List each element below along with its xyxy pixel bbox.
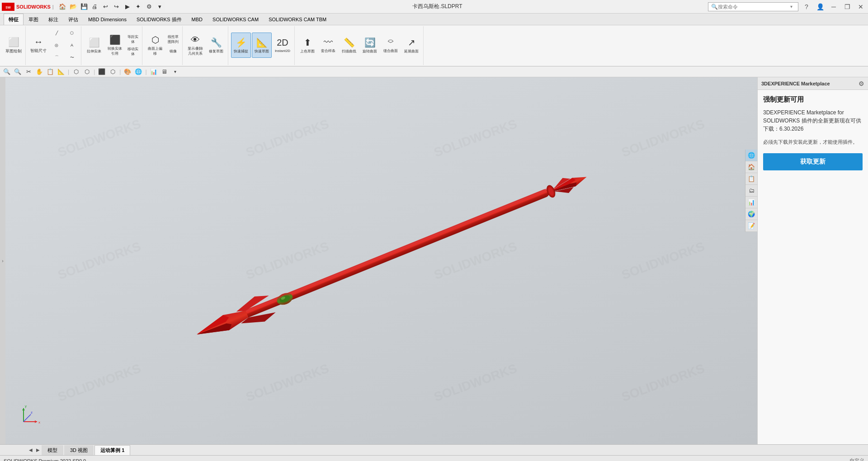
qa-undo-btn[interactable]: ↩ [101,2,111,12]
pis-list-btn[interactable]: 📝 [745,220,757,232]
tab-motion-study[interactable]: 运动算例 1 [94,445,130,455]
qa-star-btn[interactable]: ✦ [133,2,143,12]
btn-quick-sketch[interactable]: 📐 快速草图 [252,33,272,58]
tab-sketch[interactable]: 草图 [24,14,43,25]
btn-convert-solid[interactable]: ⬛ 转换实体引用 [105,33,125,58]
sec-zoom-fit[interactable]: 🔍 [2,67,12,76]
btn-revolve[interactable]: 🔄 旋转曲面 [360,33,380,58]
btn-spline[interactable]: 〜 [65,52,79,63]
btn-fit-spline-label: 套合样条 [321,48,335,53]
btn-shape[interactable]: ◎ [49,39,64,51]
btn-extruded-boss[interactable]: ⬜ 拉伸实体 [84,33,104,58]
sec-shaded[interactable]: ⬡ [82,67,92,76]
pis-earth-btn[interactable]: 🌍 [745,208,757,220]
viewport[interactable]: SOLIDWORKS SOLIDWORKS SOLIDWORKS SOLIDWO… [5,77,757,444]
sec-scene[interactable]: 🌐 [133,67,143,76]
btn-instant2d[interactable]: 2D Instant2D [273,33,292,58]
tab-sw-cam-tbm[interactable]: SOLIDWORKS CAM TBM [264,14,331,25]
btn-show-hide-geom[interactable]: 👁 显示/删除几何关系 [185,33,205,58]
pis-folder-btn[interactable]: 🗂 [745,185,757,197]
btn-up-to-surface[interactable]: ⬆ 上色草图 [297,33,317,58]
sec-display[interactable]: 🖥 [160,67,170,76]
btn-repair-sketch[interactable]: 🔧 修复草图 [206,33,226,58]
right-panel-settings-icon[interactable]: ⚙ [859,80,864,87]
btn-smart-dim[interactable]: ↔ 智能尺寸 [28,33,48,58]
btn-scan[interactable]: 📏 扫描曲线 [339,33,359,58]
ribbon-group-surface: ⬡ 曲面上偏移 线性草图阵列 镜像 [143,26,183,65]
btn-fillet[interactable]: ⌔ 缝合曲面 [381,33,401,58]
btn-sketch-draw[interactable]: ⬜ 草图绘制 [4,33,24,58]
tab-features[interactable]: 特征 [4,14,24,25]
ribbon-group-display-items: 👁 显示/删除几何关系 🔧 修复草图 [185,27,226,63]
btn-quick-snap-label: 快速捕捉 [234,49,248,54]
ribbon-group-surface-items: ⬡ 曲面上偏移 线性草图阵列 镜像 [145,27,180,63]
btn-line[interactable]: ╱ [49,27,64,39]
qa-save-btn[interactable]: 💾 [79,2,89,12]
tab-model[interactable]: 模型 [42,445,63,455]
account-btn[interactable]: 👤 [815,1,826,12]
btn-linear-sketch[interactable]: 线性草图阵列 [166,33,180,45]
pis-home-btn[interactable]: 🏠 [745,161,757,173]
sketch-draw-icon: ⬜ [8,37,19,47]
tab-sw-cam[interactable]: SOLIDWORKS CAM [208,14,264,25]
tab-sw-addins[interactable]: SOLIDWORKS 插件 [132,14,187,25]
svg-marker-23 [22,408,25,410]
pis-clipboard-btn[interactable]: 📋 [745,173,757,185]
tab-markup[interactable]: 标注 [43,14,63,25]
qa-redo-btn[interactable]: ↪ [112,2,122,12]
search-dropdown-icon[interactable]: ▾ [790,4,793,9]
qa-new-btn[interactable]: 🏠 [57,2,67,12]
sec-zoom-prev[interactable]: 🔍 [13,67,23,76]
sec-zoom-region[interactable]: 📋 [45,67,55,76]
pis-globe-btn[interactable]: 🌐 [745,150,757,161]
sec-pan[interactable]: ✋ [34,67,44,76]
tab-nav-next[interactable]: ▶ [34,447,42,452]
restore-btn[interactable]: ❐ [842,1,853,12]
sec-3d-view[interactable]: 📐 [56,67,66,76]
sec-view-setting[interactable]: 📊 [149,67,159,76]
pis-chart-btn[interactable]: 📊 [745,197,757,208]
btn-fit-spline[interactable]: 〰 套合样条 [318,33,338,58]
sec-appearance[interactable]: 🎨 [123,67,132,76]
panel-update-btn[interactable]: 获取更新 [763,153,863,170]
arc-icon: ⌒ [55,55,59,61]
minimize-btn[interactable]: ─ [828,1,839,12]
qa-options-btn[interactable]: ⚙ [144,2,154,12]
left-panel-toggle[interactable]: › [0,77,5,444]
qa-run-btn[interactable]: ▶ [123,2,132,12]
sec-chevron[interactable]: ▾ [170,67,180,76]
btn-equal[interactable]: 等距实体 [126,33,140,45]
tab-3d-view[interactable]: 3D 视图 [64,445,94,455]
search-input[interactable] [718,4,790,9]
sec-shaded-edges[interactable]: ⬡ [71,67,81,76]
btn-polygon[interactable]: ⬡ [65,27,79,39]
quick-access-toolbar: 🏠 📂 💾 🖨 ↩ ↪ ▶ ✦ ⚙ ▾ [56,2,167,12]
btn-mirror[interactable]: 镜像 [166,46,180,57]
qa-chevron-btn[interactable]: ▾ [155,2,165,12]
tab-mbd-dimensions[interactable]: MBD Dimensions [83,14,132,25]
btn-text[interactable]: A [65,39,79,51]
sec-rotate[interactable]: ✂ [24,67,33,76]
tab-mbd[interactable]: MBD [187,14,208,25]
qa-print-btn[interactable]: 🖨 [90,2,100,12]
help-btn[interactable]: ? [801,1,812,12]
spear-model [5,77,757,444]
customize-btn[interactable]: 自定义 [849,457,864,461]
btn-move[interactable]: 移动实体 [126,46,140,57]
btn-surface-offset[interactable]: ⬡ 曲面上偏移 [145,33,165,58]
sec-section-view[interactable]: ⬛ [97,67,107,76]
qa-open-btn[interactable]: 📂 [68,2,78,12]
close-btn[interactable]: ✕ [855,1,866,12]
search-bar[interactable]: 🔍 ▾ [708,2,798,11]
btn-extruded-boss-label: 拉伸实体 [87,49,101,54]
tab-evaluate[interactable]: 评估 [63,14,83,25]
sec-view-orient[interactable]: ⬡ [108,67,118,76]
btn-arc[interactable]: ⌒ [49,52,64,63]
svg-text:x: x [38,420,40,424]
show-hide-icon: 👁 [191,35,200,45]
btn-extend[interactable]: ↗ 延展曲面 [401,33,421,58]
quick-snap-icon: ⚡ [236,37,247,48]
svg-text:y: y [25,404,27,408]
tab-nav-prev[interactable]: ◀ [27,447,34,452]
btn-quick-snap[interactable]: ⚡ 快速捕捉 [231,33,251,58]
